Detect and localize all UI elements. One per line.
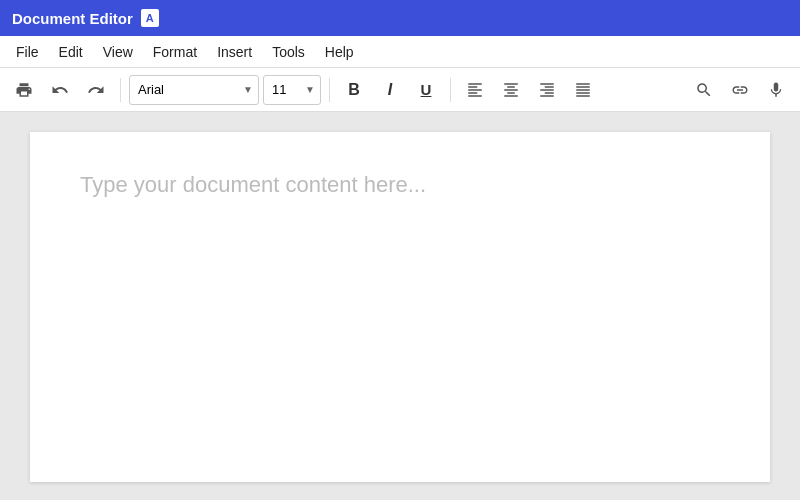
menu-item-tools[interactable]: Tools	[262, 40, 315, 64]
search-button[interactable]	[688, 74, 720, 106]
app-icon: A	[141, 9, 159, 27]
font-selector[interactable]: Arial Times New Roman Courier New Georgi…	[129, 75, 259, 105]
menu-item-file[interactable]: File	[6, 40, 49, 64]
bold-button[interactable]: B	[338, 74, 370, 106]
separator-3	[450, 78, 451, 102]
align-left-icon	[466, 81, 484, 99]
print-button[interactable]	[8, 74, 40, 106]
microphone-button[interactable]	[760, 74, 792, 106]
document-placeholder: Type your document content here...	[80, 172, 720, 198]
document-page[interactable]: Type your document content here...	[30, 132, 770, 482]
menu-bar: File Edit View Format Insert Tools Help	[0, 36, 800, 68]
menu-item-help[interactable]: Help	[315, 40, 364, 64]
align-right-icon	[538, 81, 556, 99]
undo-button[interactable]	[44, 74, 76, 106]
search-icon	[695, 81, 713, 99]
separator-2	[329, 78, 330, 102]
align-justify-button[interactable]	[567, 74, 599, 106]
bold-icon: B	[348, 81, 360, 99]
undo-icon	[51, 81, 69, 99]
separator-1	[120, 78, 121, 102]
link-button[interactable]	[724, 74, 756, 106]
underline-icon: U	[421, 81, 432, 98]
toolbar: Arial Times New Roman Courier New Georgi…	[0, 68, 800, 112]
document-area: Type your document content here...	[0, 112, 800, 500]
title-bar: Document Editor A	[0, 0, 800, 36]
align-center-button[interactable]	[495, 74, 527, 106]
size-selector-wrapper: 8 9 10 11 12 14 16 18 24 36 ▼	[263, 75, 321, 105]
print-icon	[15, 81, 33, 99]
menu-item-view[interactable]: View	[93, 40, 143, 64]
microphone-icon	[767, 81, 785, 99]
menu-item-insert[interactable]: Insert	[207, 40, 262, 64]
link-icon	[731, 81, 749, 99]
align-left-button[interactable]	[459, 74, 491, 106]
menu-item-format[interactable]: Format	[143, 40, 207, 64]
italic-button[interactable]: I	[374, 74, 406, 106]
app-title: Document Editor	[12, 10, 133, 27]
underline-button[interactable]: U	[410, 74, 442, 106]
redo-icon	[87, 81, 105, 99]
font-selector-wrapper: Arial Times New Roman Courier New Georgi…	[129, 75, 259, 105]
align-center-icon	[502, 81, 520, 99]
redo-button[interactable]	[80, 74, 112, 106]
align-right-button[interactable]	[531, 74, 563, 106]
italic-icon: I	[388, 81, 392, 99]
size-selector[interactable]: 8 9 10 11 12 14 16 18 24 36	[263, 75, 321, 105]
align-justify-icon	[574, 81, 592, 99]
menu-item-edit[interactable]: Edit	[49, 40, 93, 64]
